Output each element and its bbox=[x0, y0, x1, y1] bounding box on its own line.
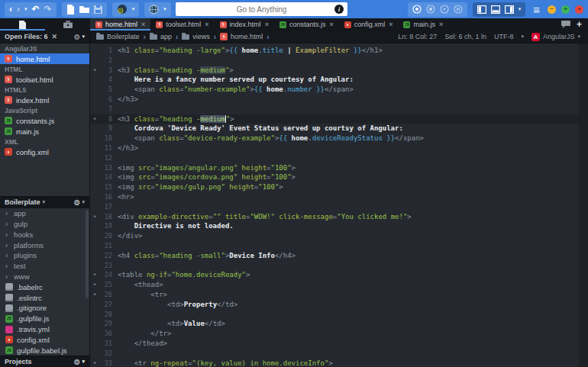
language-selector[interactable]: A AngularJS ▾ bbox=[531, 33, 580, 41]
code-line-10[interactable]: 10 <span class="device-ready-example">{{… bbox=[90, 134, 588, 143]
fold-toggle-icon[interactable]: ▾ bbox=[90, 280, 99, 290]
code-line-22[interactable]: 22<h4 class="heading -small">Device Info… bbox=[90, 251, 588, 261]
record-macro-button[interactable] bbox=[412, 5, 422, 14]
code-line-19[interactable]: 19 Directive is not loaded. bbox=[90, 221, 588, 231]
open-file-main.js[interactable]: JSmain.js bbox=[0, 126, 89, 137]
panel-tab-toolbox[interactable] bbox=[45, 18, 90, 31]
code-line-30[interactable]: 30 </tr> bbox=[90, 329, 588, 339]
code-line-14[interactable]: 14<img src="images/cordova.png" height="… bbox=[90, 172, 588, 182]
code-line-20[interactable]: 20</div> bbox=[90, 231, 588, 241]
code-line-23[interactable]: 23 bbox=[90, 261, 588, 271]
code-line-12[interactable]: 12 bbox=[90, 153, 588, 163]
boilerplate-settings-button[interactable]: ⚙▾ bbox=[74, 198, 85, 207]
fold-toggle-icon[interactable]: ▾ bbox=[90, 212, 99, 222]
projects-settings-button[interactable]: ⚙▾ bbox=[74, 358, 85, 366]
close-panel-icon[interactable]: ✕ bbox=[52, 33, 58, 40]
projects-header[interactable]: Projects ⚙▾ bbox=[0, 356, 89, 367]
close-tab-icon[interactable]: × bbox=[265, 21, 269, 28]
folder-www[interactable]: ›www bbox=[0, 272, 84, 282]
code-line-32[interactable]: 32 bbox=[90, 349, 588, 359]
fold-toggle-icon[interactable]: ▾ bbox=[90, 359, 99, 367]
file-.travis.yml[interactable]: .travis.yml bbox=[0, 324, 84, 335]
file-.gitignore[interactable]: .gitignore bbox=[0, 303, 84, 314]
folder-platforms[interactable]: ›platforms bbox=[0, 240, 84, 250]
code-line-4[interactable]: 4 Here is a fancy number served up court… bbox=[90, 75, 588, 85]
code-line-5[interactable]: 5 <span class="number-example">{{ home.n… bbox=[90, 85, 588, 95]
close-tab-icon[interactable]: × bbox=[439, 21, 443, 28]
fold-toggle-icon[interactable]: ▾ bbox=[90, 290, 99, 300]
open-file-button[interactable] bbox=[79, 5, 89, 13]
panel-tab-files[interactable] bbox=[0, 18, 45, 31]
code-line-25[interactable]: ▾25 <thead> bbox=[90, 280, 588, 290]
file-config.xml[interactable]: xconfig.xml bbox=[0, 334, 84, 345]
open-file-constants.js[interactable]: JSconstants.js bbox=[0, 115, 89, 126]
close-tab-icon[interactable]: × bbox=[205, 21, 208, 28]
code-line-29[interactable]: 29 <td>Value</td> bbox=[90, 319, 588, 329]
layout-caret-icon[interactable]: ▾ bbox=[519, 6, 522, 12]
code-line-24[interactable]: ▾24<table ng-if="home.deviceReady"> bbox=[90, 270, 588, 280]
encoding-selector[interactable]: UTF-8 bbox=[494, 33, 514, 40]
save-button[interactable] bbox=[94, 5, 102, 14]
tab-toolset.html[interactable]: 5toolset.html× bbox=[150, 18, 214, 31]
open-file-config.xml[interactable]: xconfig.xml bbox=[0, 146, 89, 157]
code-line-17[interactable]: 17 bbox=[90, 202, 588, 212]
breadcrumb-item-Boilerplate[interactable]: Boilerplate bbox=[96, 33, 140, 40]
minimize-window-button[interactable]: − bbox=[548, 5, 556, 14]
breadcrumb-item-home.html[interactable]: 5home.html bbox=[220, 33, 263, 40]
encoding-caret-icon[interactable]: ▾ bbox=[521, 34, 524, 40]
boilerplate-header[interactable]: Boilerplate ▾ ⚙▾ bbox=[0, 196, 89, 208]
code-line-7[interactable]: 7 bbox=[90, 105, 588, 114]
close-tab-icon[interactable]: × bbox=[141, 21, 145, 28]
tab-config.xml[interactable]: xconfig.xml× bbox=[339, 18, 399, 31]
preview-caret-icon[interactable]: ▾ bbox=[163, 6, 166, 12]
code-line-13[interactable]: 13<img src="images/angular.png" height="… bbox=[90, 163, 588, 173]
close-window-button[interactable]: × bbox=[575, 5, 583, 14]
back-button[interactable]: ‹ bbox=[9, 5, 12, 14]
code-line-3[interactable]: ▾3<h3 class="heading -medium"> bbox=[90, 66, 588, 76]
fold-toggle-icon[interactable]: ▾ bbox=[90, 270, 99, 280]
browser-preview-button[interactable] bbox=[149, 5, 159, 14]
syntax-check-button[interactable]: 0 bbox=[117, 4, 128, 14]
folder-plugins[interactable]: ›plugins bbox=[0, 250, 84, 261]
tab-constants.js[interactable]: JSconstants.js× bbox=[274, 18, 339, 31]
tree-scrollbar[interactable] bbox=[86, 210, 89, 298]
go-to-anything-input[interactable] bbox=[176, 5, 347, 14]
syntax-check-caret-icon[interactable]: ▾ bbox=[132, 6, 135, 12]
pause-button[interactable] bbox=[454, 5, 463, 14]
code-line-2[interactable]: 2 bbox=[90, 56, 588, 66]
breadcrumb-item-views[interactable]: views bbox=[182, 33, 210, 40]
nav-history-caret-icon[interactable]: ▾ bbox=[24, 6, 27, 12]
file-gulpfile.babel.js[interactable]: JSgulpfile.babel.js bbox=[0, 345, 84, 356]
code-line-21[interactable]: 21 bbox=[90, 241, 588, 251]
code-line-6[interactable]: 6</h3> bbox=[90, 95, 588, 105]
close-tab-icon[interactable]: × bbox=[329, 21, 333, 28]
file-.eslintrc[interactable]: .eslintrc bbox=[0, 292, 84, 303]
code-line-1[interactable]: 1<h1 class="heading -large">{{ home.titl… bbox=[90, 46, 588, 56]
folder-hooks[interactable]: ›hooks bbox=[0, 229, 84, 240]
new-file-button[interactable] bbox=[66, 5, 75, 14]
folder-app[interactable]: ›app bbox=[0, 208, 84, 219]
code-line-26[interactable]: ▾26 <tr> bbox=[90, 290, 588, 300]
toggle-bottom-panel-button[interactable] bbox=[491, 5, 500, 14]
play-button[interactable] bbox=[440, 5, 449, 14]
open-files-settings-button[interactable]: ⚙▾ bbox=[74, 33, 85, 41]
code-editor[interactable]: 1<h1 class="heading -large">{{ home.titl… bbox=[90, 43, 588, 367]
tab-index.html[interactable]: 5index.html× bbox=[215, 18, 274, 31]
fold-toggle-icon[interactable]: ▾ bbox=[90, 114, 99, 124]
forward-button[interactable]: › bbox=[17, 5, 20, 14]
folder-gulp[interactable]: ›gulp bbox=[0, 219, 84, 230]
fold-toggle-icon[interactable]: ▾ bbox=[90, 66, 99, 76]
redo-button[interactable]: ↷ bbox=[44, 5, 52, 14]
open-file-index.html[interactable]: 5index.html bbox=[0, 95, 89, 105]
code-line-16[interactable]: 16<hr> bbox=[90, 192, 588, 202]
open-file-toolset.html[interactable]: 5toolset.html bbox=[0, 74, 89, 85]
stop-button[interactable] bbox=[426, 5, 435, 14]
tab-home.html[interactable]: 5home.html× bbox=[90, 18, 150, 31]
open-file-home.html[interactable]: 5home.html bbox=[0, 53, 89, 64]
code-line-18[interactable]: ▾18<div example-directive="" title="WOW!… bbox=[90, 212, 588, 222]
new-tab-button[interactable]: + bbox=[577, 20, 582, 29]
maximize-window-button[interactable]: + bbox=[561, 5, 570, 14]
file-.gulpfile.js[interactable]: JS.gulpfile.js bbox=[0, 314, 84, 324]
close-tab-icon[interactable]: × bbox=[389, 21, 393, 28]
code-line-9[interactable]: 9 Cordova 'Device Ready' Event Status se… bbox=[90, 124, 588, 134]
